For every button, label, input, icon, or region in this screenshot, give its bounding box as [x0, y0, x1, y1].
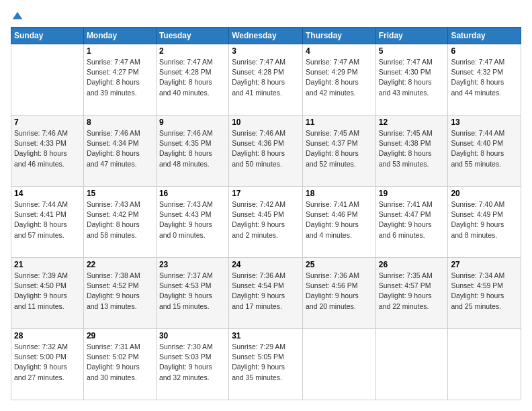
day-detail: Sunrise: 7:37 AM Sunset: 4:53 PM Dayligh…	[159, 271, 226, 312]
day-number: 31	[232, 331, 300, 340]
day-detail: Sunrise: 7:38 AM Sunset: 4:52 PM Dayligh…	[87, 271, 153, 312]
calendar-day-header: Tuesday	[156, 28, 228, 44]
calendar-cell: 10Sunrise: 7:46 AM Sunset: 4:36 PM Dayli…	[229, 116, 303, 187]
day-detail: Sunrise: 7:43 AM Sunset: 4:43 PM Dayligh…	[159, 199, 226, 240]
calendar-day-header: Saturday	[448, 28, 521, 44]
calendar-cell	[302, 329, 375, 400]
calendar-cell: 2Sunrise: 7:47 AM Sunset: 4:28 PM Daylig…	[156, 44, 228, 116]
day-number: 8	[87, 118, 153, 127]
day-number: 21	[14, 260, 81, 269]
day-number: 5	[379, 46, 445, 56]
day-number: 23	[159, 260, 226, 269]
day-detail: Sunrise: 7:41 AM Sunset: 4:47 PM Dayligh…	[379, 199, 445, 240]
day-number: 25	[306, 260, 373, 269]
day-detail: Sunrise: 7:44 AM Sunset: 4:41 PM Dayligh…	[14, 199, 81, 240]
svg-marker-0	[13, 12, 22, 19]
day-detail: Sunrise: 7:47 AM Sunset: 4:29 PM Dayligh…	[306, 57, 373, 98]
calendar-day-header: Thursday	[302, 28, 375, 44]
day-number: 10	[232, 118, 300, 127]
day-detail: Sunrise: 7:44 AM Sunset: 4:40 PM Dayligh…	[451, 128, 518, 169]
day-detail: Sunrise: 7:42 AM Sunset: 4:45 PM Dayligh…	[232, 199, 300, 240]
day-detail: Sunrise: 7:36 AM Sunset: 4:56 PM Dayligh…	[306, 271, 373, 312]
calendar-cell: 23Sunrise: 7:37 AM Sunset: 4:53 PM Dayli…	[156, 258, 228, 329]
calendar-day-header: Sunday	[11, 28, 84, 44]
day-detail: Sunrise: 7:35 AM Sunset: 4:57 PM Dayligh…	[379, 271, 445, 312]
calendar-cell: 5Sunrise: 7:47 AM Sunset: 4:30 PM Daylig…	[375, 44, 448, 116]
day-number: 24	[232, 260, 300, 269]
day-number: 13	[451, 118, 518, 127]
day-number: 15	[87, 189, 153, 198]
day-number: 16	[159, 189, 226, 198]
day-number: 17	[232, 189, 300, 198]
calendar-cell: 7Sunrise: 7:46 AM Sunset: 4:33 PM Daylig…	[11, 116, 84, 187]
calendar-cell: 24Sunrise: 7:36 AM Sunset: 4:54 PM Dayli…	[229, 258, 303, 329]
day-number: 26	[379, 260, 445, 269]
day-number: 1	[87, 46, 153, 56]
day-number: 28	[14, 331, 81, 340]
calendar-cell: 20Sunrise: 7:40 AM Sunset: 4:49 PM Dayli…	[448, 187, 521, 258]
calendar-cell: 15Sunrise: 7:43 AM Sunset: 4:42 PM Dayli…	[83, 187, 156, 258]
day-detail: Sunrise: 7:46 AM Sunset: 4:34 PM Dayligh…	[87, 128, 153, 169]
day-detail: Sunrise: 7:46 AM Sunset: 4:35 PM Dayligh…	[159, 128, 226, 169]
day-number: 9	[159, 118, 226, 127]
calendar-cell: 9Sunrise: 7:46 AM Sunset: 4:35 PM Daylig…	[156, 116, 228, 187]
day-detail: Sunrise: 7:32 AM Sunset: 5:00 PM Dayligh…	[14, 342, 81, 383]
day-number: 30	[159, 331, 226, 340]
calendar-cell: 26Sunrise: 7:35 AM Sunset: 4:57 PM Dayli…	[375, 258, 448, 329]
day-number: 4	[306, 46, 373, 56]
calendar-cell: 25Sunrise: 7:36 AM Sunset: 4:56 PM Dayli…	[302, 258, 375, 329]
calendar-week-row: 21Sunrise: 7:39 AM Sunset: 4:50 PM Dayli…	[11, 258, 521, 329]
day-detail: Sunrise: 7:30 AM Sunset: 5:03 PM Dayligh…	[159, 342, 226, 383]
day-detail: Sunrise: 7:47 AM Sunset: 4:32 PM Dayligh…	[451, 57, 518, 98]
calendar-header-row: SundayMondayTuesdayWednesdayThursdayFrid…	[11, 28, 521, 44]
day-number: 11	[306, 118, 373, 127]
day-number: 22	[87, 260, 153, 269]
day-detail: Sunrise: 7:46 AM Sunset: 4:36 PM Dayligh…	[232, 128, 300, 169]
day-number: 27	[451, 260, 518, 269]
calendar-cell: 1Sunrise: 7:47 AM Sunset: 4:27 PM Daylig…	[83, 44, 156, 116]
calendar-day-header: Friday	[375, 28, 448, 44]
calendar-week-row: 28Sunrise: 7:32 AM Sunset: 5:00 PM Dayli…	[11, 329, 521, 400]
day-detail: Sunrise: 7:41 AM Sunset: 4:46 PM Dayligh…	[306, 199, 373, 240]
day-detail: Sunrise: 7:34 AM Sunset: 4:59 PM Dayligh…	[451, 271, 518, 312]
day-number: 12	[379, 118, 445, 127]
calendar-cell: 31Sunrise: 7:29 AM Sunset: 5:05 PM Dayli…	[229, 329, 303, 400]
calendar-cell: 21Sunrise: 7:39 AM Sunset: 4:50 PM Dayli…	[11, 258, 84, 329]
calendar-cell: 13Sunrise: 7:44 AM Sunset: 4:40 PM Dayli…	[448, 116, 521, 187]
header	[11, 11, 521, 20]
calendar-cell: 30Sunrise: 7:30 AM Sunset: 5:03 PM Dayli…	[156, 329, 228, 400]
calendar-week-row: 7Sunrise: 7:46 AM Sunset: 4:33 PM Daylig…	[11, 116, 521, 187]
day-number: 7	[14, 118, 81, 127]
day-detail: Sunrise: 7:43 AM Sunset: 4:42 PM Dayligh…	[87, 199, 153, 240]
day-detail: Sunrise: 7:29 AM Sunset: 5:05 PM Dayligh…	[232, 342, 300, 383]
day-detail: Sunrise: 7:36 AM Sunset: 4:54 PM Dayligh…	[232, 271, 300, 312]
logo-icon	[11, 11, 24, 23]
day-detail: Sunrise: 7:31 AM Sunset: 5:02 PM Dayligh…	[87, 342, 153, 383]
calendar-cell: 29Sunrise: 7:31 AM Sunset: 5:02 PM Dayli…	[83, 329, 156, 400]
calendar-cell: 3Sunrise: 7:47 AM Sunset: 4:28 PM Daylig…	[229, 44, 303, 116]
calendar-cell: 22Sunrise: 7:38 AM Sunset: 4:52 PM Dayli…	[83, 258, 156, 329]
day-detail: Sunrise: 7:47 AM Sunset: 4:28 PM Dayligh…	[232, 57, 300, 98]
day-number: 2	[159, 46, 226, 56]
calendar-cell	[11, 44, 84, 116]
day-number: 18	[306, 189, 373, 198]
day-detail: Sunrise: 7:45 AM Sunset: 4:38 PM Dayligh…	[379, 128, 445, 169]
calendar-day-header: Monday	[83, 28, 156, 44]
logo	[11, 11, 24, 20]
calendar-cell: 27Sunrise: 7:34 AM Sunset: 4:59 PM Dayli…	[448, 258, 521, 329]
calendar-cell: 28Sunrise: 7:32 AM Sunset: 5:00 PM Dayli…	[11, 329, 84, 400]
calendar-cell	[375, 329, 448, 400]
calendar-cell: 14Sunrise: 7:44 AM Sunset: 4:41 PM Dayli…	[11, 187, 84, 258]
calendar-cell: 18Sunrise: 7:41 AM Sunset: 4:46 PM Dayli…	[302, 187, 375, 258]
day-detail: Sunrise: 7:47 AM Sunset: 4:30 PM Dayligh…	[379, 57, 445, 98]
calendar-week-row: 1Sunrise: 7:47 AM Sunset: 4:27 PM Daylig…	[11, 44, 521, 116]
day-detail: Sunrise: 7:40 AM Sunset: 4:49 PM Dayligh…	[451, 199, 518, 240]
day-detail: Sunrise: 7:47 AM Sunset: 4:28 PM Dayligh…	[159, 57, 226, 98]
calendar-cell: 17Sunrise: 7:42 AM Sunset: 4:45 PM Dayli…	[229, 187, 303, 258]
day-number: 19	[379, 189, 445, 198]
calendar-cell: 19Sunrise: 7:41 AM Sunset: 4:47 PM Dayli…	[375, 187, 448, 258]
day-number: 6	[451, 46, 518, 56]
calendar-table: SundayMondayTuesdayWednesdayThursdayFrid…	[11, 27, 521, 400]
calendar-cell: 16Sunrise: 7:43 AM Sunset: 4:43 PM Dayli…	[156, 187, 228, 258]
page: SundayMondayTuesdayWednesdayThursdayFrid…	[0, 0, 532, 411]
